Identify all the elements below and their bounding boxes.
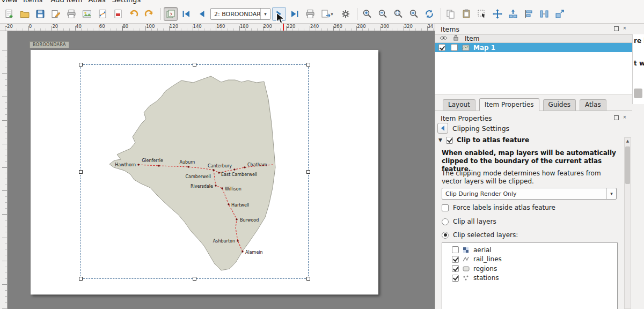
resize-handle-ne[interactable]: [306, 63, 310, 67]
resize-items-icon: [554, 9, 565, 19]
horizontal-ruler: -200204060801001201401601802002202402602…: [0, 24, 435, 31]
layer-checkbox[interactable]: [452, 275, 459, 282]
layer-row-regions[interactable]: regions: [442, 264, 617, 274]
print-atlas-button[interactable]: [303, 7, 317, 21]
raise-items-button[interactable]: [506, 7, 520, 21]
clip-to-atlas-group-header[interactable]: ▼ Clip to atlas feature: [438, 136, 529, 144]
map-selection-frame[interactable]: [80, 64, 309, 279]
print-atlas-icon: [305, 9, 316, 19]
back-button[interactable]: [437, 123, 448, 134]
print-layout-button[interactable]: [64, 7, 78, 21]
chevron-down-icon: ▾: [606, 188, 616, 199]
resize-handle-nw[interactable]: [79, 63, 83, 67]
scrollbar-thumb[interactable]: [625, 146, 630, 184]
layer-row-aerial[interactable]: aerial: [442, 245, 617, 255]
paste-icon: [461, 9, 472, 19]
force-labels-checkbox[interactable]: [442, 204, 449, 211]
resize-handle-s[interactable]: [193, 277, 196, 281]
layer-label: aerial: [473, 246, 492, 254]
new-item-icon: [4, 9, 14, 19]
refresh-button[interactable]: [422, 7, 436, 21]
copy-items-button[interactable]: [444, 7, 458, 21]
layer-checkbox[interactable]: [452, 246, 459, 253]
atlas-feature-combo-value: 2: BOROONDARA: [211, 11, 260, 18]
items-panel-close-button[interactable]: ×: [621, 25, 628, 32]
items-panel-undock-button[interactable]: [613, 25, 619, 32]
undock-icon: [614, 115, 619, 120]
layout-manager-button[interactable]: [49, 7, 63, 21]
add-item-button[interactable]: [2, 7, 16, 21]
layer-checkbox[interactable]: [452, 265, 459, 272]
save-layout-button[interactable]: [33, 7, 47, 21]
clipping-info-text: The clipping mode determines how feature…: [442, 170, 617, 186]
atlas-first-feature-button[interactable]: [179, 7, 193, 21]
items-row-map1[interactable]: Map 1: [435, 43, 632, 52]
move-item-content-button[interactable]: [491, 7, 504, 21]
menu-atlas[interactable]: Atlas: [89, 0, 106, 5]
resize-handle-se[interactable]: [306, 277, 310, 281]
menu-view[interactable]: View: [1, 0, 18, 5]
layout-canvas[interactable]: BOROONDARA Hawthorn Glenferrie Auburn C: [8, 31, 435, 309]
scrollbar-thumb[interactable]: [634, 89, 642, 98]
atlas-feature-combo[interactable]: 2: BOROONDARA ▾: [210, 8, 270, 20]
collapse-arrow-icon[interactable]: ▼: [438, 137, 446, 143]
layer-row-stations[interactable]: stations: [442, 274, 617, 283]
open-layout-button[interactable]: [18, 7, 32, 21]
properties-panel-undock-button[interactable]: [613, 114, 619, 121]
tab-layout[interactable]: Layout: [443, 99, 475, 111]
zoom-actual-button[interactable]: [407, 7, 421, 21]
export-image-button[interactable]: [80, 7, 94, 21]
atlas-settings-button[interactable]: [339, 7, 353, 21]
layer-row-rail-lines[interactable]: rail_lines: [442, 255, 617, 264]
tab-item-properties[interactable]: Item Properties: [479, 98, 539, 111]
align-items-button[interactable]: [522, 7, 536, 21]
atlas-preview-toggle[interactable]: [164, 7, 178, 21]
resize-handle-w[interactable]: [79, 170, 83, 174]
export-pdf-button[interactable]: [111, 7, 125, 21]
clip-selected-layers-radio[interactable]: [442, 232, 449, 239]
ruler-label: 300: [380, 24, 404, 29]
paste-items-button[interactable]: [459, 7, 473, 21]
menu-items[interactable]: Items: [23, 0, 42, 5]
raster-layer-icon: [462, 247, 470, 253]
scroll-up-icon[interactable]: ▲: [625, 138, 631, 143]
zoom-out-button[interactable]: [376, 7, 390, 21]
resize-handle-n[interactable]: [193, 63, 196, 67]
tab-guides[interactable]: Guides: [543, 99, 576, 111]
atlas-preview-icon: [165, 9, 176, 19]
atlas-previous-feature-button[interactable]: [195, 7, 209, 21]
distribute-items-button[interactable]: [537, 7, 551, 21]
layer-checkbox[interactable]: [452, 256, 459, 263]
zoom-full-button[interactable]: [391, 7, 405, 21]
printer-icon: [66, 9, 77, 19]
layer-label: regions: [473, 265, 497, 273]
clip-layer-list[interactable]: aerial rail_lines regions stations: [442, 242, 618, 309]
menu-add-item[interactable]: Add Item: [51, 0, 83, 5]
clip-to-atlas-checkbox[interactable]: [446, 137, 453, 144]
toolbar-separator: [441, 8, 441, 20]
tab-atlas[interactable]: Atlas: [580, 99, 606, 111]
properties-scrollbar[interactable]: ▲: [624, 137, 631, 309]
item-lock-checkbox[interactable]: [451, 44, 458, 51]
clipping-settings-content: When enabled, map layers will be automat…: [441, 148, 621, 309]
zoom-in-button[interactable]: [360, 7, 374, 21]
clip-all-layers-radio[interactable]: [442, 218, 449, 225]
redo-button[interactable]: [142, 7, 156, 21]
export-atlas-button[interactable]: ▾: [319, 7, 337, 21]
resize-handle-e[interactable]: [306, 170, 310, 174]
items-column-label: Item: [465, 35, 479, 42]
properties-panel-close-button[interactable]: ×: [621, 114, 628, 121]
chevron-down-icon[interactable]: ▾: [260, 9, 270, 19]
undo-button[interactable]: [127, 7, 141, 21]
select-move-item-button[interactable]: [475, 7, 489, 21]
item-visibility-checkbox[interactable]: [438, 44, 445, 51]
atlas-last-feature-button[interactable]: [288, 7, 302, 21]
export-pdf-icon: [113, 9, 123, 19]
export-svg-button[interactable]: [96, 7, 109, 21]
clip-mode-select[interactable]: Clip During Render Only ▾: [442, 188, 617, 200]
atlas-page-tag: BOROONDARA: [30, 41, 69, 48]
menu-settings[interactable]: Settings: [112, 0, 141, 5]
resize-items-button[interactable]: [553, 7, 567, 21]
vertical-ruler: [0, 31, 8, 309]
resize-handle-sw[interactable]: [79, 277, 83, 281]
